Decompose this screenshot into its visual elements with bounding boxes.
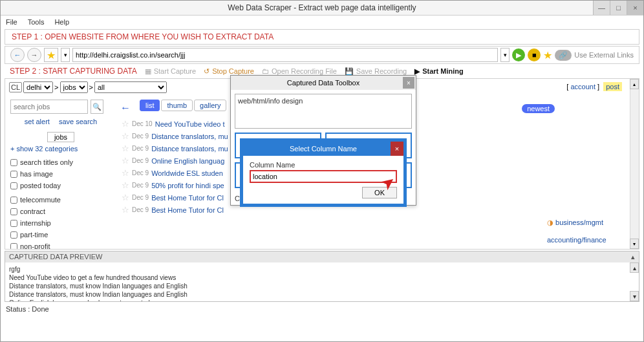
link-icon: 🔗 — [555, 50, 572, 61]
crumb-sub-select[interactable]: all — [94, 81, 167, 93]
close-button[interactable]: × — [627, 1, 643, 15]
opt-internship[interactable]: internship — [10, 219, 111, 227]
list-item-title: Worldwide ESL studen — [151, 169, 223, 177]
preview-row: Online English language school promoter … — [9, 299, 635, 301]
preview-scroll-up[interactable]: ▴ — [630, 262, 639, 273]
list-item-date: Dec 10 — [132, 120, 153, 127]
toolbox-close-button[interactable]: × — [403, 77, 414, 89]
view-list[interactable]: list — [140, 100, 160, 111]
scroll-up-button[interactable]: ▴ — [630, 79, 639, 89]
menu-tools[interactable]: Tools — [28, 18, 45, 26]
list-item-title: Best Home Tutor for Cl — [151, 194, 224, 202]
stop-capture-button[interactable]: ↺ Stop Capture — [204, 67, 254, 76]
opt-has-image[interactable]: has image — [10, 170, 111, 178]
account-link[interactable]: account — [570, 83, 596, 91]
nav-bar: ← → ★ ▾ ▾ ▶ ■ ★ 🔗 Use External Links — [5, 46, 639, 64]
menu-bar: File Tools Help — [1, 15, 643, 28]
search-icon[interactable]: 🔍 — [91, 100, 103, 114]
column-name-input[interactable] — [250, 170, 397, 183]
view-gallery[interactable]: gallery — [194, 100, 226, 111]
list-item-title: Best Home Tutor for Cl — [151, 206, 224, 214]
preview-row: Distance translators, must know Indian l… — [9, 290, 635, 299]
dialog-title: Select Column Name — [290, 145, 357, 153]
maximize-button[interactable]: □ — [610, 1, 627, 15]
star-icon[interactable]: ☆ — [122, 180, 129, 190]
favorites-dropdown[interactable]: ▾ — [61, 48, 70, 62]
title-bar: Web Data Scraper - Extract web page data… — [1, 1, 643, 15]
start-capture-button[interactable]: ▦ Start Capture — [145, 67, 196, 76]
search-input[interactable] — [10, 100, 88, 114]
favorites-button[interactable]: ★ — [44, 48, 58, 62]
set-alert-link[interactable]: set alert — [25, 118, 50, 125]
opt-non-profit[interactable]: non-profit — [10, 242, 111, 250]
save-search-link[interactable]: save search — [59, 118, 97, 125]
crumb-category-select[interactable]: jobs — [60, 81, 88, 93]
preview-row: Need YouTube video to get a few hundred … — [9, 273, 635, 282]
list-item-date: Dec 9 — [132, 157, 149, 164]
preview-scroll-down[interactable]: ▾ — [630, 291, 639, 301]
cat-accounting[interactable]: accounting/finance — [547, 236, 606, 244]
step-1-label: STEP 1 : OPEN WEBSITE FROM WHERE YOU WIS… — [5, 29, 639, 45]
dialog-close-button[interactable]: × — [391, 142, 403, 156]
star-icon[interactable]: ☆ — [122, 205, 129, 215]
opt-titles-only[interactable]: search titles only — [10, 158, 111, 166]
opt-posted-today[interactable]: posted today — [10, 182, 111, 189]
captured-data-preview: CAPTURED DATA PREVIEW▴ ▴ ▾ rgfgNeed YouT… — [5, 251, 639, 302]
opt-part-time[interactable]: part-time — [10, 231, 111, 239]
view-thumb[interactable]: thumb — [161, 100, 193, 111]
menu-help[interactable]: Help — [54, 18, 69, 26]
star-icon[interactable]: ☆ — [122, 119, 129, 129]
cat-icon: ◑ — [547, 219, 553, 226]
top-right-links: [ account ] post — [566, 83, 622, 91]
url-input[interactable] — [72, 48, 498, 62]
list-item-date: Dec 9 — [132, 182, 149, 189]
step-2-label: STEP 2 : START CAPTURING DATA — [10, 67, 137, 76]
save-recording-button[interactable]: 💾 Save Recording — [345, 67, 407, 76]
save-recording-label: Save Recording — [356, 67, 407, 75]
minimize-button[interactable]: — — [593, 1, 610, 15]
list-item-title: Need YouTube video t — [155, 120, 225, 128]
column-name-label: Column Name — [250, 161, 397, 169]
list-item-date: Dec 9 — [132, 194, 149, 201]
show-categories-link[interactable]: + show 32 categories — [10, 145, 111, 153]
list-item-date: Dec 9 — [132, 145, 149, 152]
cat-business[interactable]: business/mgmt — [555, 219, 603, 226]
crumb-cl[interactable]: CL — [9, 82, 22, 92]
preview-title: CAPTURED DATA PREVIEW — [9, 253, 102, 261]
sidebar-tab-jobs[interactable]: jobs — [47, 132, 74, 142]
list-item-title: Distance translators, mu — [151, 133, 228, 140]
star-icon[interactable]: ☆ — [122, 144, 129, 153]
breadcrumb: CL delhi > jobs > all — [9, 81, 167, 93]
open-recording-button[interactable]: 🗀 Open Recording File — [262, 67, 337, 75]
preview-collapse-icon[interactable]: ▴ — [631, 253, 635, 261]
bookmark-icon[interactable]: ★ — [543, 49, 552, 61]
external-links-label[interactable]: Use External Links — [574, 51, 634, 59]
go-button[interactable]: ▶ — [512, 48, 525, 61]
crumb-location-select[interactable]: delhi — [23, 81, 53, 93]
list-item-date: Dec 9 — [132, 133, 149, 140]
opt-contract[interactable]: contract — [10, 208, 111, 215]
select-column-dialog: Select Column Name× Column Name OK — [240, 138, 407, 207]
star-icon: ★ — [47, 49, 56, 61]
forward-button[interactable]: → — [27, 48, 41, 62]
stop-button[interactable]: ■ — [528, 48, 541, 61]
preview-row: Distance translators, must know Indian l… — [9, 282, 635, 290]
toolbox-path[interactable]: web/html/info design — [235, 94, 412, 129]
star-icon[interactable]: ☆ — [122, 193, 129, 202]
star-icon[interactable]: ☆ — [122, 156, 129, 166]
star-icon[interactable]: ☆ — [122, 131, 129, 141]
stop-capture-label: Stop Capture — [212, 67, 254, 75]
opt-telecommute[interactable]: telecommute — [10, 196, 111, 204]
start-mining-button[interactable]: ▶ Start Mining — [414, 67, 464, 76]
list-item-date: Dec 9 — [132, 169, 149, 176]
back-button[interactable]: ← — [10, 48, 25, 62]
post-link[interactable]: post — [603, 82, 622, 91]
list-item-title: Distance translators, mu — [151, 145, 228, 153]
list-item-title: 50% profit for hindi spe — [151, 182, 224, 189]
star-icon[interactable]: ☆ — [122, 168, 129, 178]
back-arrow-icon[interactable]: ← — [120, 102, 131, 114]
window-title: Web Data Scraper - Extract web page data… — [228, 3, 416, 12]
menu-file[interactable]: File — [6, 18, 17, 26]
status-bar: Status : Done — [1, 303, 643, 315]
url-dropdown[interactable]: ▾ — [500, 48, 510, 62]
